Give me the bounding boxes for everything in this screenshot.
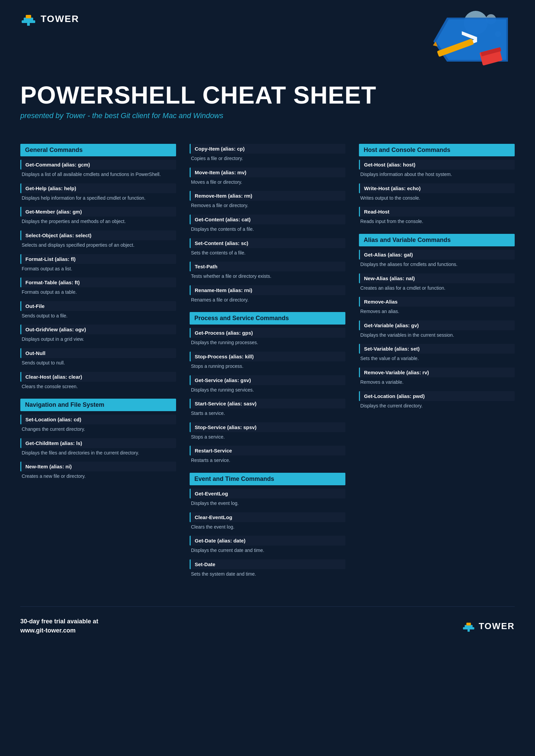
- list-item: Remove-Item (alias: rm) Removes a file o…: [190, 191, 345, 211]
- command-desc: Clears the event log.: [190, 523, 345, 533]
- list-item: Stop-Service (alias: spsv) Stops a servi…: [190, 422, 345, 443]
- command-name: Set-Content (alias: sc): [190, 238, 345, 248]
- list-item: Set-Date Sets the system date and time.: [190, 559, 345, 580]
- command-name: Out-GridView (alias: ogv): [20, 325, 176, 334]
- command-name: Get-Content (alias: cat): [190, 215, 345, 224]
- command-name: Copy-Item (alias: cp): [190, 144, 345, 154]
- command-name: Clear-EventLog: [190, 512, 345, 522]
- section-header-alias: Alias and Variable Commands: [359, 234, 515, 246]
- list-item: Get-Service (alias: gsv) Displays the ru…: [190, 375, 345, 396]
- list-item: Restart-Service Restarts a service.: [190, 446, 345, 466]
- list-item: Get-ChildItem (alias: ls) Displays the f…: [20, 438, 176, 459]
- command-desc: Restarts a service.: [190, 457, 345, 466]
- command-name: Set-Location (alias: cd): [20, 415, 176, 424]
- list-item: Format-Table (alias: ft) Formats output …: [20, 277, 176, 298]
- command-name: Get-Date (alias: date): [190, 536, 345, 546]
- command-desc: Sets the system date and time.: [190, 570, 345, 580]
- list-item: New-Item (alias: ni) Creates a new file …: [20, 462, 176, 482]
- column-2: Copy-Item (alias: cp) Copies a file or d…: [190, 137, 345, 583]
- list-item: Set-Content (alias: sc) Sets the content…: [190, 238, 345, 259]
- list-item: Out-Null Sends output to null.: [20, 348, 176, 369]
- list-item: Get-Location (alias: pwd) Displays the c…: [359, 391, 515, 412]
- command-desc: Sends output to null.: [20, 359, 176, 369]
- svg-text:>: >: [461, 22, 478, 56]
- command-desc: Displays the running processes.: [190, 339, 345, 348]
- command-name: Remove-Variable (alias: rv): [359, 368, 515, 377]
- footer-logo: TOWER: [462, 619, 515, 633]
- list-item: Get-Host (alias: host) Displays informat…: [359, 160, 515, 180]
- command-name: Remove-Item (alias: rm): [190, 191, 345, 201]
- footer-trial-text: 30-day free trial avaiable atwww.git-tow…: [20, 617, 98, 635]
- section-header-host: Host and Console Commands: [359, 144, 515, 156]
- command-name: New-Item (alias: ni): [20, 462, 176, 471]
- command-desc: Changes the current directory.: [20, 425, 176, 435]
- command-desc: Removes an alias.: [359, 308, 515, 317]
- command-name: Format-List (alias: fl): [20, 254, 176, 264]
- main-title: POWERSHELL CHEAT SHEET: [20, 82, 515, 109]
- list-item: Get-Variable (alias: gv) Displays the va…: [359, 320, 515, 341]
- list-item: Remove-Alias Removes an alias.: [359, 297, 515, 317]
- column-3: Host and Console Commands Get-Host (alia…: [359, 137, 515, 583]
- command-desc: Displays the files and directories in th…: [20, 449, 176, 459]
- command-name: Out-File: [20, 301, 176, 311]
- command-desc: Writes output to the console.: [359, 194, 515, 204]
- list-item: Clear-Host (alias: clear) Clears the con…: [20, 372, 176, 392]
- command-name: Get-EventLog: [190, 489, 345, 498]
- command-desc: Copies a file or directory.: [190, 155, 345, 164]
- list-item: Rename-Item (alias: rni) Renames a file …: [190, 285, 345, 306]
- list-item: Start-Service (alias: sasv) Starts a ser…: [190, 399, 345, 419]
- list-item: Out-GridView (alias: ogv) Displays outpu…: [20, 325, 176, 345]
- section-header-general: General Commands: [20, 144, 176, 156]
- header-graphic: >: [406, 11, 515, 68]
- list-item: Move-Item (alias: mv) Moves a file or di…: [190, 168, 345, 188]
- subtitle: presented by Tower - the best Git client…: [20, 111, 515, 120]
- command-name: Remove-Alias: [359, 297, 515, 307]
- command-name: Get-Alias (alias: gal): [359, 250, 515, 260]
- logo-area: TOWER: [20, 11, 79, 27]
- command-name: Set-Date: [190, 559, 345, 569]
- tower-logo-icon: [20, 11, 37, 27]
- command-desc: Displays the current directory.: [359, 402, 515, 412]
- command-name: Get-Member (alias: gm): [20, 207, 176, 217]
- command-desc: Starts a service.: [190, 409, 345, 419]
- column-1: General Commands Get-Command (alias: gcm…: [20, 137, 176, 583]
- command-name: Start-Service (alias: sasv): [190, 399, 345, 408]
- command-name: Get-Command (alias: gcm): [20, 160, 176, 170]
- list-item: Get-EventLog Displays the event log.: [190, 489, 345, 509]
- command-name: Format-Table (alias: ft): [20, 277, 176, 287]
- list-item: Test-Path Tests whether a file or direct…: [190, 262, 345, 282]
- command-desc: Sets the contents of a file.: [190, 249, 345, 259]
- list-item: Get-Command (alias: gcm) Displays a list…: [20, 160, 176, 180]
- command-desc: Removes a file or directory.: [190, 202, 345, 211]
- list-item: Get-Help (alias: help) Displays help inf…: [20, 183, 176, 204]
- command-name: Read-Host: [359, 207, 515, 217]
- list-item: Copy-Item (alias: cp) Copies a file or d…: [190, 144, 345, 164]
- list-item: Get-Date (alias: date) Displays the curr…: [190, 536, 345, 556]
- list-item: Out-File Sends output to a file.: [20, 301, 176, 321]
- list-item: Remove-Variable (alias: rv) Removes a va…: [359, 368, 515, 388]
- list-item: Read-Host Reads input from the console.: [359, 207, 515, 227]
- command-name: Get-Help (alias: help): [20, 183, 176, 193]
- command-name: Write-Host (alias: echo): [359, 183, 515, 193]
- svg-rect-3: [27, 23, 30, 26]
- command-desc: Reads input from the console.: [359, 218, 515, 227]
- list-item: New-Alias (alias: nal) Creates an alias …: [359, 273, 515, 294]
- nav-continuation: Copy-Item (alias: cp) Copies a file or d…: [190, 144, 345, 305]
- command-name: Get-ChildItem (alias: ls): [20, 438, 176, 448]
- command-desc: Formats output as a list.: [20, 265, 176, 274]
- command-desc: Stops a running process.: [190, 362, 345, 372]
- command-desc: Displays output in a grid view.: [20, 335, 176, 345]
- svg-rect-13: [466, 623, 471, 625]
- command-desc: Moves a file or directory.: [190, 178, 345, 188]
- list-item: Clear-EventLog Clears the event log.: [190, 512, 345, 533]
- command-desc: Displays the running services.: [190, 386, 345, 396]
- list-item: Set-Location (alias: cd) Changes the cur…: [20, 415, 176, 435]
- command-desc: Displays help information for a specifie…: [20, 194, 176, 204]
- command-name: Stop-Process (alias: kill): [190, 352, 345, 361]
- list-item: Stop-Process (alias: kill) Stops a runni…: [190, 352, 345, 372]
- command-desc: Displays a list of all available cmdlets…: [20, 171, 176, 180]
- section-header-event: Event and Time Commands: [190, 473, 345, 485]
- command-name: Get-Host (alias: host): [359, 160, 515, 170]
- command-name: New-Alias (alias: nal): [359, 273, 515, 283]
- footer: 30-day free trial avaiable atwww.git-tow…: [20, 606, 515, 645]
